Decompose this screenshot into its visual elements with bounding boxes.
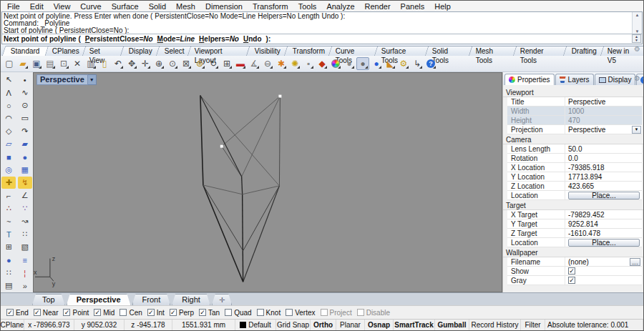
cplane-icon[interactable]: ⊖ xyxy=(261,57,274,70)
viewport-canvas[interactable]: Perspective ▼ zxy xyxy=(33,72,502,292)
place-button[interactable]: Place... xyxy=(568,192,640,199)
lock-icon[interactable]: ▪ xyxy=(302,57,315,70)
curve-icon[interactable]: ∿ xyxy=(18,87,32,99)
undo-icon[interactable]: ↶ xyxy=(112,57,125,70)
status-ortho[interactable]: Ortho xyxy=(311,320,336,330)
circle-icon[interactable]: ○ xyxy=(1,99,16,112)
toolbar-tab-set-view[interactable]: Set View xyxy=(82,46,125,56)
text-icon[interactable]: T xyxy=(1,228,16,240)
point-icon[interactable]: • xyxy=(18,74,32,86)
hatch-icon[interactable]: ▧ xyxy=(18,241,32,253)
history-icon[interactable]: ↳ xyxy=(411,57,424,70)
osnap-project[interactable]: Project xyxy=(321,309,352,317)
property-value[interactable]: (none)... xyxy=(565,257,642,266)
property-value[interactable]: 423.665 xyxy=(565,182,642,190)
paste-icon[interactable]: ▯ xyxy=(98,57,111,70)
status-record-history[interactable]: Record History xyxy=(469,320,521,330)
status-planar[interactable]: Planar xyxy=(336,320,365,330)
property-value[interactable]: Place... xyxy=(565,238,642,247)
polygon-icon[interactable]: ◇ xyxy=(1,125,16,137)
property-value[interactable]: 17713.894 xyxy=(565,172,642,181)
checkbox[interactable]: ✓ xyxy=(568,267,575,275)
pointer-icon[interactable]: ↖ xyxy=(1,74,16,86)
zoom-dynamic-icon[interactable]: ⊙ xyxy=(166,57,179,70)
status-grid-snap[interactable]: Grid Snap xyxy=(276,320,311,330)
toolbar-tab-display[interactable]: Display xyxy=(119,46,160,56)
prompt-option-mode[interactable]: Mode=Line xyxy=(157,35,195,43)
osnap-checkbox[interactable]: ✓ xyxy=(199,309,206,316)
surface-sweep-icon[interactable]: ▰ xyxy=(18,138,32,150)
osnap-mid[interactable]: ✓Mid xyxy=(94,309,114,317)
menu-analyze[interactable]: Analyze xyxy=(321,1,359,11)
toolbar-tab-mesh-tools[interactable]: Mesh Tools xyxy=(469,46,519,56)
spin-down-icon[interactable]: ▼ xyxy=(635,39,638,42)
status-default[interactable]: Default xyxy=(235,320,276,330)
export-icon[interactable]: ⊡ xyxy=(57,57,70,70)
options-icon[interactable]: ⚙ xyxy=(397,57,410,70)
property-value[interactable]: -1610.478 xyxy=(565,229,642,237)
menu-render[interactable]: Render xyxy=(360,1,396,11)
prompt-option-persistentclose[interactable]: PersistentClose=No xyxy=(85,35,153,43)
toolbar-tab-render-tools[interactable]: Render Tools xyxy=(513,46,568,56)
command-scrollbar[interactable]: ▲ ▼ xyxy=(632,12,642,34)
rotate-view-icon[interactable]: ↻ xyxy=(207,57,220,70)
command-area[interactable]: Next point of polyline. Press Enter when… xyxy=(1,11,643,44)
solid-union-icon[interactable]: ● xyxy=(1,254,16,266)
menu-tools[interactable]: Tools xyxy=(293,1,322,11)
array-icon[interactable]: ∷ xyxy=(1,267,16,279)
osnap-perp[interactable]: ✓Perp xyxy=(170,309,194,317)
dropdown-arrow-icon[interactable]: ▼ xyxy=(632,126,641,134)
layers-icon[interactable]: ◆ xyxy=(316,57,328,70)
property-value[interactable]: 50.0 xyxy=(565,144,642,153)
measure-icon[interactable]: ∡ xyxy=(248,57,260,70)
polyline-icon[interactable]: Λ xyxy=(1,87,16,99)
named-view-icon[interactable]: ▤ xyxy=(1,280,16,292)
property-value[interactable]: ✓ xyxy=(565,267,642,275)
surface-points-icon[interactable]: ▱ xyxy=(1,138,16,150)
osnap-checkbox[interactable]: ✓ xyxy=(34,309,41,316)
viewport-tab-perspective[interactable]: Perspective xyxy=(67,294,131,305)
toolbar-gear-icon[interactable]: ⚙ xyxy=(634,46,640,53)
help-icon[interactable]: ? xyxy=(424,57,437,70)
new-file-icon[interactable]: ▢ xyxy=(3,57,16,70)
chamfer-icon[interactable]: ∠ xyxy=(18,189,32,202)
toolbar-tab-drafting[interactable]: Drafting xyxy=(563,46,606,56)
menu-help[interactable]: Help xyxy=(429,1,456,11)
control-point[interactable] xyxy=(220,145,223,148)
panel-tab-display[interactable]: Display xyxy=(595,74,636,85)
menu-curve[interactable]: Curve xyxy=(75,1,106,11)
curve-blend-icon[interactable]: ↷ xyxy=(18,125,32,137)
zoom-icon[interactable]: ⊕ xyxy=(152,57,165,70)
viewport-tab-right[interactable]: Right xyxy=(172,294,210,305)
curve-boolean-icon[interactable]: ∴ xyxy=(1,202,16,214)
osnap-cen[interactable]: Cen xyxy=(119,309,142,317)
control-point[interactable] xyxy=(278,95,281,98)
menu-file[interactable]: File xyxy=(2,1,25,11)
osnap-point[interactable]: ✓Point xyxy=(63,309,89,317)
browse-button[interactable]: ... xyxy=(630,258,640,266)
toolbar-tab-surface-tools[interactable]: Surface Tools xyxy=(374,46,431,56)
print-icon[interactable]: ▤ xyxy=(44,57,57,70)
osnap-int[interactable]: ✓Int xyxy=(147,309,165,317)
property-value[interactable]: Perspective xyxy=(565,97,642,106)
menu-transform[interactable]: Transform xyxy=(248,1,293,11)
toolbar-tab-cplanes[interactable]: CPlanes xyxy=(43,46,87,56)
viewport-title[interactable]: Perspective xyxy=(36,74,88,85)
extend-curve-icon[interactable]: ↝ xyxy=(18,215,32,227)
zoom-selected-icon[interactable]: ⊛ xyxy=(193,57,206,70)
viewport-tab-front[interactable]: Front xyxy=(132,294,171,305)
status-filter[interactable]: Filter xyxy=(521,320,545,330)
torus-icon[interactable]: ◎ xyxy=(1,164,16,176)
points-on-icon[interactable]: ∷ xyxy=(18,228,32,240)
toolbar-tab-solid-tools[interactable]: Solid Tools xyxy=(425,46,474,56)
sphere-icon[interactable]: ● xyxy=(18,151,32,163)
menu-solid[interactable]: Solid xyxy=(144,1,171,11)
osnap-near[interactable]: ✓Near xyxy=(34,309,59,317)
command-prompt[interactable]: Next point of polyline (PersistentClose=… xyxy=(2,34,642,44)
command-spinner[interactable]: ▲ ▼ xyxy=(632,34,641,43)
menu-dimension[interactable]: Dimension xyxy=(200,1,248,11)
toolbar-tab-transform[interactable]: Transform xyxy=(283,46,333,56)
block-icon[interactable]: ✱ xyxy=(275,57,288,70)
osnap-checkbox[interactable] xyxy=(119,309,127,316)
menu-view[interactable]: View xyxy=(49,1,76,11)
